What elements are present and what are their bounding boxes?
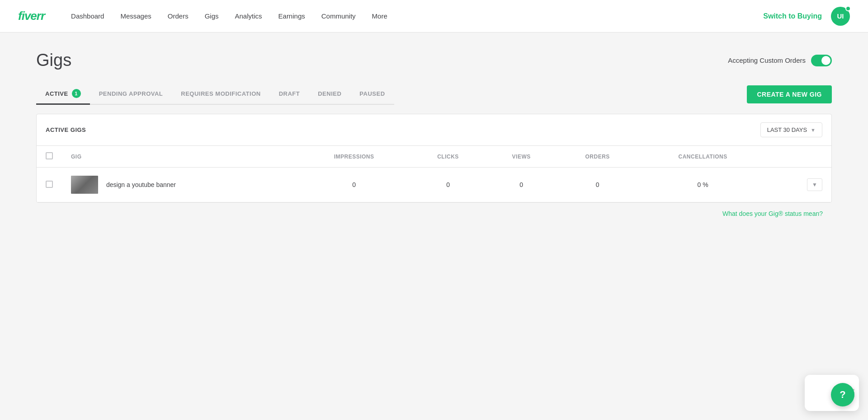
nav-item-analytics[interactable]: Analytics: [227, 0, 270, 33]
nav-item-gigs[interactable]: Gigs: [197, 0, 227, 33]
period-dropdown[interactable]: LAST 30 DAYS ▼: [760, 122, 822, 137]
page-title: Gigs: [36, 51, 71, 70]
select-all-checkbox[interactable]: [46, 152, 53, 159]
row-cancellations: 0 %: [638, 168, 767, 202]
tab-requires-label: REQUIRES MODIFICATION: [181, 90, 260, 97]
col-views: VIEWS: [486, 146, 557, 168]
switch-to-buying-link[interactable]: Switch to Buying: [763, 12, 822, 20]
table-header: GIG IMPRESSIONS CLICKS VIEWS ORDERS CANC…: [37, 146, 831, 168]
col-cancellations: CANCELLATIONS: [638, 146, 767, 168]
col-gig: GIG: [62, 146, 298, 168]
row-views: 0: [486, 168, 557, 202]
tab-denied[interactable]: DENIED: [309, 85, 350, 103]
active-gigs-table-container: ACTIVE GIGS LAST 30 DAYS ▼ GIG IMPRESSIO…: [36, 114, 832, 203]
nav-item-community[interactable]: Community: [313, 0, 364, 33]
chevron-down-icon: ▼: [811, 127, 816, 133]
tab-pending-label: PENDING APPROVAL: [99, 90, 163, 97]
tab-active[interactable]: ACTIVE 1: [36, 84, 90, 105]
help-icon: ?: [840, 389, 845, 401]
tab-paused[interactable]: PAUSED: [350, 85, 394, 103]
row-orders: 0: [557, 168, 638, 202]
gig-table: GIG IMPRESSIONS CLICKS VIEWS ORDERS CANC…: [37, 146, 831, 202]
col-impressions: IMPRESSIONS: [298, 146, 410, 168]
gig-thumbnail: [71, 176, 98, 194]
nav-item-earnings[interactable]: Earnings: [270, 0, 313, 33]
tab-draft[interactable]: DRAFT: [270, 85, 309, 103]
main-content: Gigs Accepting Custom Orders ACTIVE 1 PE…: [0, 33, 868, 243]
row-checkbox-cell: [37, 168, 62, 202]
avatar-badge: [845, 6, 851, 11]
tab-pending-approval[interactable]: PENDING APPROVAL: [90, 85, 172, 103]
select-all-col: [37, 146, 62, 168]
tab-paused-label: PAUSED: [359, 90, 385, 97]
col-orders: ORDERS: [557, 146, 638, 168]
avatar[interactable]: UI: [831, 7, 850, 26]
row-impressions: 0: [298, 168, 410, 202]
row-actions-cell: ▼: [767, 168, 831, 202]
period-label: LAST 30 DAYS: [767, 126, 807, 133]
nav-item-messages[interactable]: Messages: [112, 0, 159, 33]
tab-active-badge: 1: [72, 89, 81, 98]
main-nav: Dashboard Messages Orders Gigs Analytics…: [63, 0, 763, 33]
help-button[interactable]: ?: [831, 383, 854, 406]
table-title: ACTIVE GIGS: [46, 126, 86, 133]
nav-item-dashboard[interactable]: Dashboard: [63, 0, 112, 33]
tab-denied-label: DENIED: [318, 90, 341, 97]
row-clicks: 0: [410, 168, 486, 202]
nav-item-more[interactable]: More: [364, 0, 396, 33]
row-gig-cell: design a youtube banner: [62, 168, 298, 202]
gig-name[interactable]: design a youtube banner: [106, 181, 176, 188]
accepting-custom-toggle[interactable]: [811, 55, 832, 66]
accepting-custom-label: Accepting Custom Orders: [728, 56, 806, 64]
avatar-initials: UI: [837, 12, 844, 20]
row-actions-dropdown[interactable]: ▼: [807, 178, 822, 191]
nav-item-orders[interactable]: Orders: [160, 0, 197, 33]
gig-tabs: ACTIVE 1 PENDING APPROVAL REQUIRES MODIF…: [36, 84, 394, 105]
col-actions: [767, 146, 831, 168]
accepting-custom-orders: Accepting Custom Orders: [728, 55, 832, 66]
gig-status-link[interactable]: What does your Gig® status mean?: [36, 203, 832, 224]
col-clicks: CLICKS: [410, 146, 486, 168]
header: fiverr Dashboard Messages Orders Gigs An…: [0, 0, 868, 33]
header-right: Switch to Buying UI: [763, 7, 850, 26]
row-checkbox[interactable]: [46, 181, 53, 188]
page-header: Gigs Accepting Custom Orders: [36, 51, 832, 70]
help-card: ?: [805, 375, 859, 411]
tab-active-label: ACTIVE: [45, 90, 68, 97]
table-header-row: ACTIVE GIGS LAST 30 DAYS ▼: [37, 114, 831, 146]
logo[interactable]: fiverr: [18, 9, 45, 23]
tab-requires-modification[interactable]: REQUIRES MODIFICATION: [172, 85, 269, 103]
tab-draft-label: DRAFT: [279, 90, 300, 97]
create-new-gig-button[interactable]: CREATE A NEW GIG: [747, 85, 832, 103]
table-row: design a youtube banner 0 0 0 0 0 % ▼: [37, 168, 831, 202]
